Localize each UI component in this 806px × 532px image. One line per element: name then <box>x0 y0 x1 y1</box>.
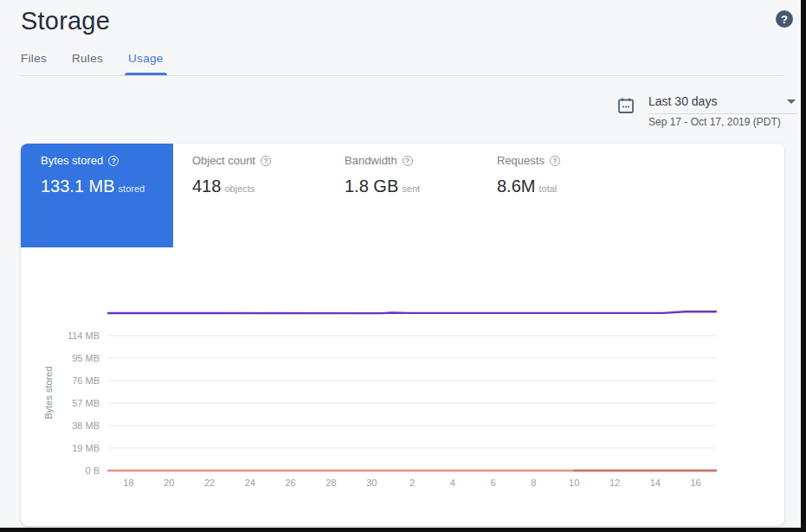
x-tick-label: 2 <box>409 478 415 488</box>
x-tick-label: 12 <box>609 478 620 488</box>
tab-files[interactable]: Files <box>21 52 47 75</box>
help-glyph: ? <box>781 13 788 26</box>
x-tick-label: 20 <box>164 478 174 488</box>
metric-value-text: 8.6M <box>497 176 535 195</box>
metric-card-bytes-stored[interactable]: Bytes stored?133.1 MBstored <box>21 144 173 247</box>
x-tick-label: 24 <box>245 478 255 488</box>
calendar-icon <box>616 96 635 115</box>
storage-usage-page: Storage ? FilesRulesUsage Last 30 days S… <box>0 0 801 528</box>
metric-value-text: 1.8 GB <box>345 176 398 195</box>
x-tick-label: 22 <box>204 478 215 488</box>
help-icon[interactable]: ? <box>108 156 119 166</box>
help-icon[interactable]: ? <box>776 10 793 28</box>
tabs: FilesRulesUsage <box>21 52 164 75</box>
metric-card-bandwidth[interactable]: Bandwidth?1.8 GBsent <box>326 144 478 247</box>
y-tick-label: 57 MB <box>72 398 100 408</box>
metric-unit-text: objects <box>224 183 255 194</box>
metric-value: 1.8 GBsent <box>345 176 478 199</box>
usage-card: 114 MB95 MB76 MB57 MB38 MB19 MB0 B182022… <box>21 144 784 526</box>
metric-label: Requests? <box>497 154 630 168</box>
x-tick-label: 14 <box>650 478 661 488</box>
x-tick-label: 4 <box>450 478 455 488</box>
metric-card-object-count[interactable]: Object count?418objects <box>173 144 326 247</box>
help-icon[interactable]: ? <box>261 156 271 166</box>
metric-value: 418objects <box>192 176 326 199</box>
date-range-picker: Last 30 days Sep 17 - Oct 17, 2019 (PDT) <box>616 92 797 130</box>
metric-label-text: Object count <box>192 154 255 168</box>
help-icon[interactable]: ? <box>550 156 560 166</box>
date-range-select[interactable]: Last 30 days <box>648 93 797 114</box>
date-range-detail: Sep 17 - Oct 17, 2019 (PDT) <box>648 116 781 128</box>
x-tick-label: 16 <box>690 478 700 488</box>
y-tick-label: 38 MB <box>72 420 100 431</box>
metric-label: Bandwidth? <box>345 154 478 168</box>
metric-value-text: 418 <box>192 176 221 195</box>
metric-value: 8.6Mtotal <box>497 176 630 199</box>
dropdown-caret-icon <box>787 99 796 104</box>
tabs-divider <box>21 75 784 76</box>
y-tick-label: 19 MB <box>72 443 100 453</box>
y-tick-label: 95 MB <box>72 353 100 363</box>
page-title: Storage <box>21 7 110 35</box>
metric-label-text: Bandwidth <box>345 154 397 168</box>
metric-value-text: 133.1 MB <box>41 176 115 195</box>
x-tick-label: 26 <box>285 478 295 488</box>
x-tick-label: 6 <box>491 478 496 488</box>
metric-cards: Bytes stored?133.1 MBstoredObject count?… <box>21 144 630 247</box>
metric-value: 133.1 MBstored <box>41 176 173 199</box>
metric-label: Object count? <box>192 154 326 168</box>
x-tick-label: 30 <box>366 478 377 488</box>
help-icon[interactable]: ? <box>403 156 413 166</box>
x-tick-label: 28 <box>326 478 336 488</box>
tab-usage[interactable]: Usage <box>128 52 164 75</box>
metric-label-text: Bytes stored <box>41 154 103 168</box>
y-tick-label: 0 B <box>85 465 100 476</box>
series-bytes-stored <box>108 311 716 313</box>
metric-label: Bytes stored? <box>41 154 173 168</box>
metric-label-text: Requests <box>497 154 545 168</box>
tab-rules[interactable]: Rules <box>72 52 103 75</box>
metric-unit-text: sent <box>402 183 420 194</box>
metric-unit-text: stored <box>119 183 145 194</box>
date-range-label: Last 30 days <box>648 94 717 108</box>
y-tick-label: 114 MB <box>68 330 100 341</box>
y-tick-label: 76 MB <box>72 375 100 386</box>
metric-unit-text: total <box>538 183 557 194</box>
y-axis-title: Bytes stored <box>43 366 54 419</box>
x-tick-label: 8 <box>531 478 536 488</box>
metric-card-requests[interactable]: Requests?8.6Mtotal <box>478 144 630 247</box>
x-tick-label: 18 <box>123 478 133 488</box>
x-tick-label: 10 <box>569 478 579 488</box>
